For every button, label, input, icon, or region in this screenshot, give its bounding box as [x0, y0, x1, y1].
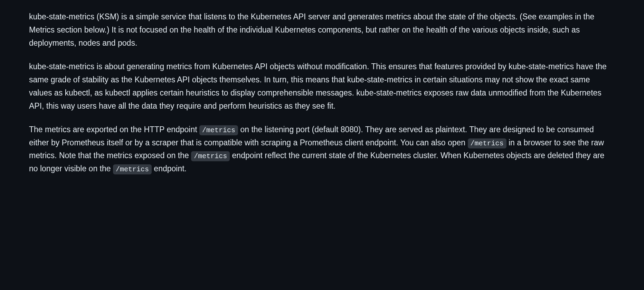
text-segment: The metrics are exported on the HTTP end… [29, 125, 199, 134]
paragraph-metrics-endpoint: The metrics are exported on the HTTP end… [29, 123, 615, 176]
paragraph-stability: kube-state-metrics is about generating m… [29, 60, 615, 113]
text-segment: endpoint. [152, 164, 187, 173]
paragraph-intro: kube-state-metrics (KSM) is a simple ser… [29, 10, 615, 50]
code-metrics-endpoint: /metrics [199, 125, 238, 135]
code-metrics-endpoint: /metrics [468, 138, 506, 148]
code-metrics-endpoint: /metrics [191, 151, 230, 161]
code-metrics-endpoint: /metrics [113, 164, 152, 174]
